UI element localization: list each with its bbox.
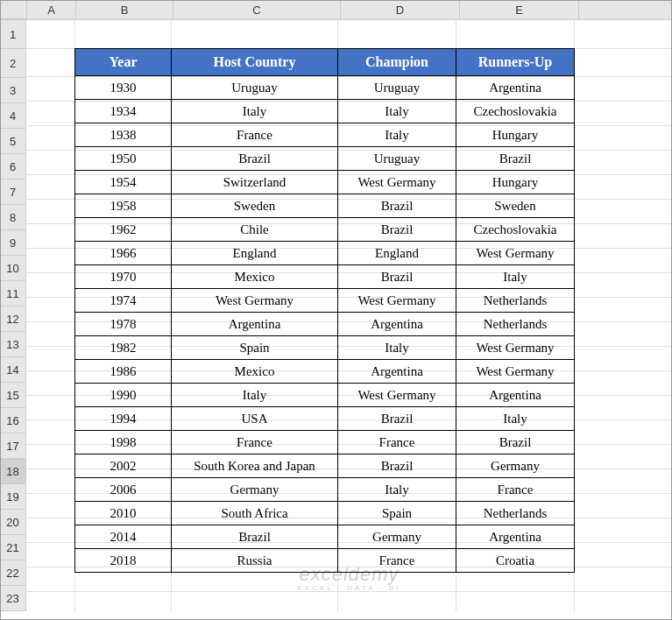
row-header-9[interactable]: 9 <box>0 230 26 256</box>
cell[interactable]: 1986 <box>75 360 172 384</box>
row-header-4[interactable]: 4 <box>0 103 26 129</box>
cell[interactable]: 1970 <box>75 265 172 289</box>
cell[interactable]: South Africa <box>172 502 338 525</box>
cell[interactable]: 1978 <box>75 313 172 336</box>
cell[interactable]: Hungary <box>456 123 575 147</box>
cell[interactable]: Brazil <box>338 454 456 478</box>
cell[interactable]: West Germany <box>456 336 575 360</box>
cell[interactable]: Germany <box>338 525 456 549</box>
table-header[interactable]: Runners-Up <box>456 49 575 76</box>
cell[interactable]: Sweden <box>456 194 575 218</box>
row-header-13[interactable]: 13 <box>0 332 26 357</box>
table-header[interactable]: Year <box>75 49 172 76</box>
cell[interactable]: Uruguay <box>338 147 456 171</box>
cell[interactable]: Mexico <box>172 360 338 384</box>
cell[interactable]: 1954 <box>75 171 172 194</box>
row-header-14[interactable]: 14 <box>0 357 26 383</box>
cell[interactable]: Italy <box>338 336 456 360</box>
cell[interactable]: West Germany <box>338 289 456 313</box>
cell[interactable]: Croatia <box>456 549 575 573</box>
row-header-22[interactable]: 22 <box>0 560 26 586</box>
cell[interactable]: Netherlands <box>456 289 575 313</box>
row-header-19[interactable]: 19 <box>0 484 26 510</box>
cell[interactable]: France <box>456 478 575 502</box>
cell[interactable]: 1998 <box>75 431 172 454</box>
cell[interactable]: 2010 <box>75 502 172 525</box>
cell[interactable]: England <box>172 242 338 265</box>
cell[interactable]: 2002 <box>75 454 172 478</box>
cell[interactable]: Sweden <box>172 194 338 218</box>
row-header-15[interactable]: 15 <box>0 383 26 408</box>
cell[interactable]: 1962 <box>75 218 172 242</box>
cell[interactable]: West Germany <box>338 171 456 194</box>
cell[interactable]: 1974 <box>75 289 172 313</box>
cell[interactable]: France <box>172 431 338 454</box>
column-header-C[interactable]: C <box>173 0 341 19</box>
cell[interactable]: 1982 <box>75 336 172 360</box>
cell[interactable]: Russia <box>172 549 338 573</box>
column-header-E[interactable]: E <box>460 0 579 19</box>
cell[interactable]: Spain <box>172 336 338 360</box>
cell[interactable]: France <box>172 123 338 147</box>
cell[interactable]: South Korea and Japan <box>172 454 338 478</box>
cell[interactable]: Switzerland <box>172 171 338 194</box>
cell[interactable]: France <box>338 549 456 573</box>
cell[interactable]: 1938 <box>75 123 172 147</box>
row-header-8[interactable]: 8 <box>0 205 26 230</box>
cell[interactable]: Uruguay <box>338 76 456 100</box>
cell[interactable]: 1994 <box>75 407 172 431</box>
cell[interactable]: Netherlands <box>456 502 575 525</box>
cell[interactable]: West Germany <box>456 242 575 265</box>
cell[interactable]: Brazil <box>338 265 456 289</box>
cell[interactable]: 2018 <box>75 549 172 573</box>
column-header-A[interactable]: A <box>27 0 76 19</box>
cell[interactable]: Brazil <box>456 147 575 171</box>
cell[interactable]: Argentina <box>338 313 456 336</box>
cell[interactable]: Germany <box>172 478 338 502</box>
cell[interactable]: 1930 <box>75 76 172 100</box>
cell[interactable]: 2006 <box>75 478 172 502</box>
row-header-12[interactable]: 12 <box>0 306 26 332</box>
cell[interactable]: Czechoslovakia <box>456 218 575 242</box>
cell[interactable]: Brazil <box>338 194 456 218</box>
row-header-23[interactable]: 23 <box>0 586 26 611</box>
row-header-6[interactable]: 6 <box>0 154 26 180</box>
cell[interactable]: Italy <box>338 123 456 147</box>
cell[interactable]: England <box>338 242 456 265</box>
cell[interactable]: Argentina <box>172 313 338 336</box>
cell[interactable]: 1966 <box>75 242 172 265</box>
cell[interactable]: Spain <box>338 502 456 525</box>
cell[interactable]: West Germany <box>456 360 575 384</box>
cell[interactable]: Brazil <box>172 525 338 549</box>
cell[interactable]: Italy <box>456 407 575 431</box>
cell[interactable]: Italy <box>172 384 338 407</box>
cell[interactable]: 1950 <box>75 147 172 171</box>
row-header-10[interactable]: 10 <box>0 256 26 281</box>
row-header-3[interactable]: 3 <box>0 78 26 103</box>
cell[interactable]: Uruguay <box>172 76 338 100</box>
cell[interactable]: USA <box>172 407 338 431</box>
grid-area[interactable]: exceldemy EXCEL · DATA · BI YearHost Cou… <box>26 20 672 611</box>
cell[interactable]: Brazil <box>172 147 338 171</box>
cell[interactable]: 1990 <box>75 384 172 407</box>
cell[interactable]: 2014 <box>75 525 172 549</box>
table-header[interactable]: Host Country <box>172 49 338 76</box>
row-header-11[interactable]: 11 <box>0 281 26 306</box>
cell[interactable]: Italy <box>456 265 575 289</box>
row-header-5[interactable]: 5 <box>0 129 26 154</box>
row-header-17[interactable]: 17 <box>0 433 26 459</box>
cell[interactable]: Germany <box>456 454 575 478</box>
cell[interactable]: Mexico <box>172 265 338 289</box>
cell[interactable]: 1934 <box>75 100 172 123</box>
row-header-21[interactable]: 21 <box>0 535 26 560</box>
cell[interactable]: Italy <box>338 100 456 123</box>
cell[interactable]: Brazil <box>456 431 575 454</box>
cell[interactable]: Italy <box>338 478 456 502</box>
column-header-D[interactable]: D <box>341 0 460 19</box>
cell[interactable]: Brazil <box>338 218 456 242</box>
cell[interactable]: Argentina <box>456 525 575 549</box>
cell[interactable]: 1958 <box>75 194 172 218</box>
cell[interactable]: West Germany <box>172 289 338 313</box>
column-header-B[interactable]: B <box>76 0 173 19</box>
row-header-16[interactable]: 16 <box>0 408 26 433</box>
